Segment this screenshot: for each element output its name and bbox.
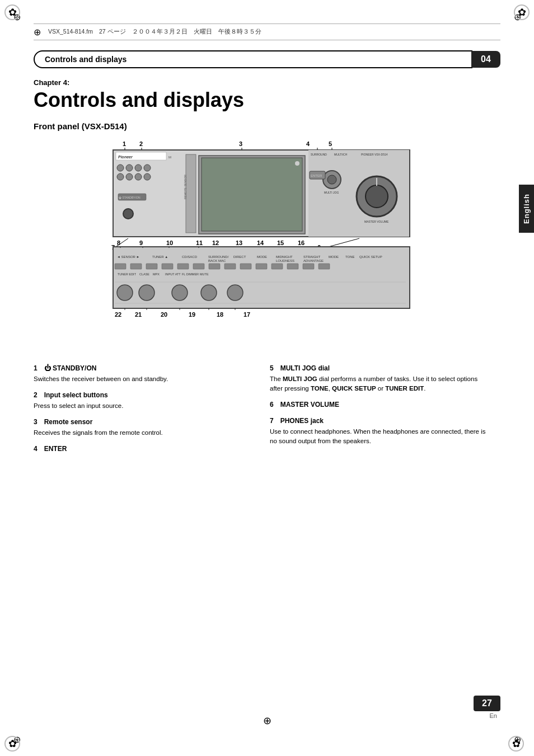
- desc-title-7: 7 PHONES jack: [270, 416, 489, 426]
- desc-title-2: 2 Input select buttons: [34, 391, 253, 400]
- desc-title-5: 5 MULTI JOG dial: [270, 364, 489, 373]
- svg-rect-75: [318, 264, 330, 269]
- svg-rect-71: [256, 264, 267, 269]
- svg-text:ENTER: ENTER: [311, 174, 322, 177]
- device-diagram: 1 2 3 4 5 Pioneer M ⏻ STANDBY/ON: [99, 138, 424, 356]
- svg-text:BACK MAC: BACK MAC: [208, 259, 226, 262]
- svg-text:1: 1: [123, 140, 126, 147]
- svg-text:14: 14: [257, 240, 264, 246]
- svg-rect-62: [115, 264, 126, 269]
- svg-text:INPUT ATT: INPUT ATT: [165, 273, 181, 276]
- svg-text:11: 11: [196, 240, 203, 246]
- bottom-center-crosshair: ⊕: [263, 715, 271, 727]
- svg-point-30: [327, 175, 336, 184]
- desc-body-3: Receives the signals from the remote con…: [34, 428, 253, 438]
- svg-text:10: 10: [166, 240, 173, 246]
- svg-text:CD/SACD: CD/SACD: [182, 255, 198, 259]
- svg-text:LOUDNESS: LOUDNESS: [276, 259, 294, 262]
- svg-text:ADVANTAGE: ADVANTAGE: [303, 259, 324, 262]
- svg-text:DIRECT: DIRECT: [233, 255, 246, 259]
- svg-rect-23: [202, 158, 302, 231]
- jp-header-text: VSX_514-814.fm 27 ページ ２００４年３月２日 火曜日 午後８時…: [48, 28, 261, 36]
- desc-item-7: 7 PHONES jack Use to connect headphones.…: [270, 416, 489, 447]
- svg-point-13: [117, 173, 124, 180]
- svg-text:4: 4: [306, 140, 310, 147]
- svg-text:SURROUND/: SURROUND/: [208, 255, 229, 259]
- svg-text:3: 3: [239, 140, 242, 147]
- svg-point-19: [123, 209, 133, 219]
- svg-text:SURROUND: SURROUND: [311, 153, 327, 156]
- svg-point-14: [126, 173, 133, 180]
- svg-rect-63: [130, 264, 142, 269]
- svg-line-46: [329, 238, 359, 247]
- svg-text:17: 17: [243, 311, 250, 318]
- svg-text:21: 21: [135, 311, 142, 318]
- svg-text:18: 18: [217, 311, 223, 318]
- desc-item-4: 4 ENTER: [34, 444, 253, 454]
- corner-circle-br: ✿: [508, 736, 524, 752]
- desc-body-7: Use to connect headphones. When the head…: [270, 427, 489, 447]
- svg-text:PIONEER VSX-D514: PIONEER VSX-D514: [361, 153, 388, 156]
- svg-point-33: [366, 185, 388, 208]
- svg-text:REMOTE SENSOR: REMOTE SENSOR: [184, 174, 187, 199]
- svg-rect-72: [271, 264, 283, 269]
- svg-point-12: [144, 165, 151, 171]
- desc-col-left: 1 ⏻ STANDBY/ON Switches the receiver bet…: [34, 364, 253, 461]
- svg-point-11: [135, 165, 142, 171]
- main-content: Chapter 4: Controls and displays Front p…: [34, 78, 489, 461]
- svg-rect-73: [287, 264, 298, 269]
- svg-text:TUNER ▲: TUNER ▲: [152, 255, 168, 259]
- svg-text:MUTE: MUTE: [200, 273, 209, 276]
- svg-point-10: [126, 165, 133, 171]
- desc-item-6: 6 MASTER VOLUME: [270, 400, 489, 410]
- svg-text:MODE: MODE: [257, 255, 267, 259]
- svg-point-15: [135, 173, 142, 180]
- chapter-label: Chapter 4:: [34, 78, 489, 87]
- svg-text:TUNER EDIT: TUNER EDIT: [118, 273, 137, 276]
- svg-rect-65: [162, 264, 173, 269]
- desc-item-3: 3 Remote sensor Receives the signals fro…: [34, 417, 253, 438]
- corner-circle-bl: ✿: [4, 736, 20, 752]
- svg-text:MASTER VOLUME: MASTER VOLUME: [364, 220, 389, 223]
- svg-text:12: 12: [212, 240, 219, 246]
- svg-text:STRAIGHT: STRAIGHT: [303, 255, 321, 259]
- desc-title-6: 6 MASTER VOLUME: [270, 400, 489, 410]
- svg-point-16: [144, 173, 151, 180]
- svg-text:19: 19: [189, 311, 195, 318]
- svg-text:M: M: [168, 156, 171, 159]
- svg-text:20: 20: [161, 311, 167, 318]
- svg-rect-66: [177, 264, 189, 269]
- svg-rect-67: [193, 264, 204, 269]
- svg-text:TONE: TONE: [345, 255, 355, 259]
- svg-text:2: 2: [139, 140, 143, 147]
- svg-text:5: 5: [329, 140, 332, 147]
- svg-text:MULTI/CH: MULTI/CH: [334, 153, 348, 156]
- svg-point-85: [201, 285, 217, 300]
- svg-rect-68: [209, 264, 220, 269]
- svg-text:⏻ STANDBY/ON: ⏻ STANDBY/ON: [119, 196, 140, 199]
- chapter-number: 04: [471, 51, 500, 68]
- desc-item-5: 5 MULTI JOG dial The MULTI JOG dial perf…: [270, 364, 489, 394]
- svg-text:MODE: MODE: [329, 255, 339, 259]
- page-suffix: En: [490, 712, 497, 719]
- svg-text:MIDNIGHT: MIDNIGHT: [276, 255, 293, 259]
- svg-text:CLASE: CLASE: [139, 273, 149, 276]
- svg-rect-74: [303, 264, 314, 269]
- svg-rect-64: [146, 264, 157, 269]
- header-title: Controls and displays: [34, 50, 472, 68]
- svg-rect-20: [186, 154, 196, 233]
- svg-point-82: [117, 285, 133, 300]
- svg-text:9: 9: [139, 240, 143, 246]
- svg-text:MULTI JOG: MULTI JOG: [324, 191, 339, 194]
- desc-title-4: 4 ENTER: [34, 444, 253, 454]
- svg-rect-70: [240, 264, 251, 269]
- desc-body-1: Switches the receiver between on and sta…: [34, 374, 253, 384]
- svg-rect-69: [224, 264, 236, 269]
- svg-text:15: 15: [277, 240, 284, 246]
- svg-text:◄ SENSOR ►: ◄ SENSOR ►: [117, 255, 140, 259]
- desc-item-2: 2 Input select buttons Press to select a…: [34, 391, 253, 411]
- svg-point-84: [172, 285, 188, 300]
- header-bar: Controls and displays 04: [34, 49, 500, 69]
- desc-title-1: 1 ⏻ STANDBY/ON: [34, 364, 253, 373]
- svg-text:16: 16: [298, 240, 305, 246]
